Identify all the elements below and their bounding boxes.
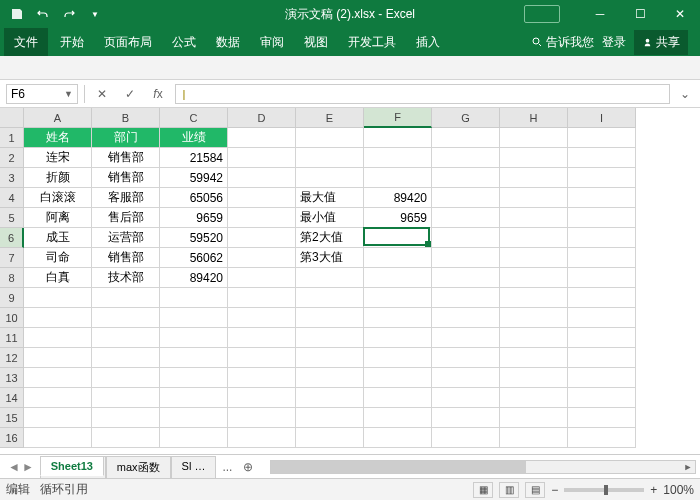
cell-G9[interactable] [432,288,500,308]
cell-B15[interactable] [92,408,160,428]
cell-I11[interactable] [568,328,636,348]
cell-E12[interactable] [296,348,364,368]
cell-E5[interactable]: 最小值 [296,208,364,228]
col-header-F[interactable]: F [364,108,432,128]
maximize-button[interactable]: ☐ [620,0,660,28]
tab-公式[interactable]: 公式 [162,28,206,57]
enter-button[interactable]: ✓ [119,84,141,104]
cell-F13[interactable] [364,368,432,388]
cell-I1[interactable] [568,128,636,148]
cell-C7[interactable]: 56062 [160,248,228,268]
cell-D16[interactable] [228,428,296,448]
row-header-10[interactable]: 10 [0,308,24,328]
cell-I16[interactable] [568,428,636,448]
view-layout-icon[interactable]: ▥ [499,482,519,498]
col-header-C[interactable]: C [160,108,228,128]
share-button[interactable]: 共享 [634,30,688,55]
horizontal-scrollbar[interactable]: ◄ ► [270,460,696,474]
select-all-corner[interactable] [0,108,24,128]
cell-I8[interactable] [568,268,636,288]
cell-C11[interactable] [160,328,228,348]
cell-H6[interactable] [500,228,568,248]
col-header-H[interactable]: H [500,108,568,128]
cell-E7[interactable]: 第3大值 [296,248,364,268]
cell-E8[interactable] [296,268,364,288]
zoom-in-button[interactable]: + [650,483,657,497]
cell-G2[interactable] [432,148,500,168]
cell-F14[interactable] [364,388,432,408]
formula-input[interactable]: I [175,84,670,104]
cell-G5[interactable] [432,208,500,228]
cell-B5[interactable]: 售后部 [92,208,160,228]
cell-G16[interactable] [432,428,500,448]
cell-A9[interactable] [24,288,92,308]
view-normal-icon[interactable]: ▦ [473,482,493,498]
cell-I3[interactable] [568,168,636,188]
cell-G14[interactable] [432,388,500,408]
cell-D1[interactable] [228,128,296,148]
cell-C15[interactable] [160,408,228,428]
cell-A10[interactable] [24,308,92,328]
cell-I6[interactable] [568,228,636,248]
row-header-8[interactable]: 8 [0,268,24,288]
tab-开发工具[interactable]: 开发工具 [338,28,406,57]
tab-数据[interactable]: 数据 [206,28,250,57]
cell-F9[interactable] [364,288,432,308]
cell-G3[interactable] [432,168,500,188]
zoom-slider[interactable] [564,488,644,492]
zoom-out-button[interactable]: − [551,483,558,497]
cell-I15[interactable] [568,408,636,428]
col-header-D[interactable]: D [228,108,296,128]
row-header-2[interactable]: 2 [0,148,24,168]
cell-H2[interactable] [500,148,568,168]
cell-I14[interactable] [568,388,636,408]
cell-A13[interactable] [24,368,92,388]
cell-G8[interactable] [432,268,500,288]
view-pagebreak-icon[interactable]: ▤ [525,482,545,498]
row-header-4[interactable]: 4 [0,188,24,208]
qat-dropdown-icon[interactable]: ▼ [84,3,106,25]
row-header-5[interactable]: 5 [0,208,24,228]
cell-E13[interactable] [296,368,364,388]
cell-A8[interactable]: 白真 [24,268,92,288]
cell-C5[interactable]: 9659 [160,208,228,228]
cell-A7[interactable]: 司命 [24,248,92,268]
cell-H12[interactable] [500,348,568,368]
cell-B4[interactable]: 客服部 [92,188,160,208]
cell-C16[interactable] [160,428,228,448]
cell-H13[interactable] [500,368,568,388]
cell-B13[interactable] [92,368,160,388]
cell-F5[interactable]: 9659 [364,208,432,228]
cell-F4[interactable]: 89420 [364,188,432,208]
row-header-9[interactable]: 9 [0,288,24,308]
cell-A2[interactable]: 连宋 [24,148,92,168]
cell-B16[interactable] [92,428,160,448]
col-header-G[interactable]: G [432,108,500,128]
add-sheet-button[interactable]: ⊕ [238,460,258,474]
cell-A14[interactable] [24,388,92,408]
scroll-thumb[interactable] [271,461,525,473]
cell-B1[interactable]: 部门 [92,128,160,148]
col-header-I[interactable]: I [568,108,636,128]
minimize-button[interactable]: ─ [580,0,620,28]
cell-F7[interactable] [364,248,432,268]
cell-A1[interactable]: 姓名 [24,128,92,148]
cell-G7[interactable] [432,248,500,268]
cell-D14[interactable] [228,388,296,408]
cell-F11[interactable] [364,328,432,348]
cell-F6[interactable] [364,228,432,248]
cell-I12[interactable] [568,348,636,368]
cell-A12[interactable] [24,348,92,368]
cell-A6[interactable]: 成玉 [24,228,92,248]
cell-H16[interactable] [500,428,568,448]
row-header-6[interactable]: 6 [0,228,24,248]
cell-D3[interactable] [228,168,296,188]
cell-D15[interactable] [228,408,296,428]
cell-E4[interactable]: 最大值 [296,188,364,208]
cell-F15[interactable] [364,408,432,428]
tab-开始[interactable]: 开始 [50,28,94,57]
row-header-3[interactable]: 3 [0,168,24,188]
cell-A5[interactable]: 阿离 [24,208,92,228]
cell-A3[interactable]: 折颜 [24,168,92,188]
cell-B6[interactable]: 运营部 [92,228,160,248]
